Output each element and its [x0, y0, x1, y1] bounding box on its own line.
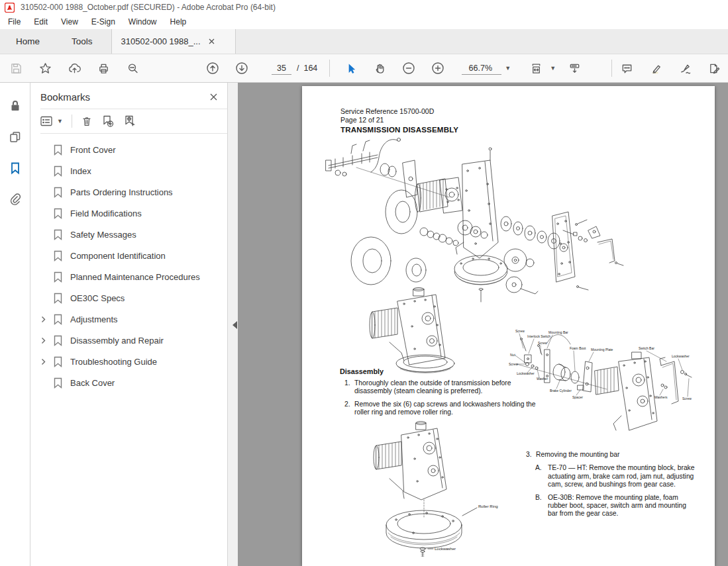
new-bookmark-button[interactable] [101, 115, 115, 128]
fig-label: Washer [537, 377, 548, 381]
delete-bookmark-button[interactable] [81, 115, 93, 127]
bookmark-icon [53, 377, 64, 389]
star-button[interactable] [36, 59, 54, 77]
share-cloud-icon [68, 62, 81, 75]
goto-bookmark-button[interactable] [123, 115, 136, 128]
tab-close-icon[interactable] [209, 38, 215, 44]
menu-file[interactable]: File [1, 15, 27, 28]
tab-home-label: Home [16, 36, 40, 46]
expand-chevron-icon[interactable] [37, 337, 49, 344]
fig-label: Lockwasher [672, 354, 690, 358]
bookmark-item-oe30c-specs[interactable]: OE30C Specs [30, 287, 227, 308]
bookmark-item-component-identification[interactable]: Component Identification [30, 245, 227, 266]
print-icon [97, 62, 110, 75]
bookmark-item-front-cover[interactable]: Front Cover [30, 139, 227, 160]
fit-options-chevron-icon[interactable]: ▼ [550, 65, 556, 71]
sign-button[interactable] [676, 59, 694, 77]
bookmark-item-safety-messages[interactable]: Safety Messages [30, 224, 227, 245]
disassembly-heading: Disassembly [340, 367, 384, 375]
zoom-out-button[interactable] [399, 59, 418, 77]
step-3a: A. TE-70 — HT: Remove the mounting block… [535, 464, 698, 489]
save-button[interactable] [7, 59, 25, 77]
exploded-view-figure [317, 131, 648, 307]
menu-help[interactable]: Help [164, 15, 193, 28]
collapse-panel-button[interactable] [233, 321, 237, 329]
tab-home[interactable]: Home [0, 29, 56, 54]
security-settings-button[interactable] [8, 99, 23, 113]
share-cloud-button[interactable] [65, 59, 83, 77]
fit-width-icon [530, 62, 543, 75]
bookmark-icon [53, 208, 64, 219]
bookmarks-panel-button[interactable] [8, 161, 23, 175]
torque-label: Torque to 20 ft/lbs [371, 556, 400, 557]
search-button[interactable] [123, 59, 142, 77]
fig-label: Washers [654, 395, 668, 399]
bookmark-icon [53, 335, 64, 346]
service-reference-line2: Page 12 of 21 [340, 116, 434, 124]
print-button[interactable] [94, 59, 113, 77]
highlight-button[interactable] [647, 59, 665, 77]
save-icon [10, 62, 23, 75]
chevron-down-icon[interactable]: ▼ [505, 65, 511, 71]
next-page-button[interactable] [233, 59, 251, 77]
bookmark-icon [53, 356, 64, 367]
select-tool-icon [344, 62, 357, 75]
tab-tools[interactable]: Tools [56, 29, 109, 54]
bookmarks-panel-header: Bookmarks [30, 83, 227, 109]
select-tool-button[interactable] [341, 59, 360, 77]
fit-width-button[interactable] [527, 59, 545, 77]
tab-document-label: 310502-000 1988_... [121, 36, 201, 46]
step-3b-text: OE-30B: Remove the mounting plate, foam … [548, 494, 695, 518]
bookmark-item-disassembly-repair[interactable]: Disassembly and Repair [30, 330, 227, 351]
bookmark-label: Field Modifications [70, 209, 142, 218]
bookmark-item-parts-ordering[interactable]: Parts Ordering Instructions [30, 181, 227, 203]
page-number-input[interactable] [272, 62, 291, 75]
bookmark-icon [53, 187, 64, 198]
bookmark-icon [53, 229, 64, 240]
attachments-button[interactable] [8, 192, 23, 207]
bookmark-label: OE30C Specs [70, 293, 125, 303]
zoom-control[interactable]: 66.7% ▼ [462, 62, 511, 75]
bookmark-icon [53, 165, 64, 177]
navigation-rail [0, 83, 30, 566]
trash-icon [81, 115, 93, 127]
toolbar-divider [611, 60, 612, 77]
edit-page-icon [708, 62, 721, 75]
page-thumbnails-button[interactable] [8, 130, 23, 144]
document-canvas[interactable]: Service Reference 15700-00D Page 12 of 2… [238, 83, 728, 566]
fig-label: Mounting Bar [548, 330, 568, 334]
comment-button[interactable] [617, 59, 636, 77]
tab-document[interactable]: 310502-000 1988_... [111, 29, 236, 54]
menu-window[interactable]: Window [122, 15, 164, 28]
edit-page-button[interactable] [705, 59, 723, 77]
bookmark-item-troubleshooting-guide[interactable]: Troubleshooting Guide [30, 351, 227, 372]
expand-chevron-icon[interactable] [37, 358, 49, 365]
bookmark-item-planned-maintenance[interactable]: Planned Maintenance Procedures [30, 266, 227, 287]
zoom-in-button[interactable] [429, 59, 447, 77]
zoom-level-value[interactable]: 66.7% [462, 62, 501, 75]
menu-edit[interactable]: Edit [27, 15, 54, 28]
toolbar-divider [329, 60, 330, 77]
previous-page-button[interactable] [203, 59, 222, 77]
bookmark-item-adjustments[interactable]: Adjustments [30, 308, 227, 330]
toolbar: / 164 66.7% ▼ ▼ [0, 54, 728, 83]
bookmark-label: Index [70, 166, 91, 176]
hand-tool-button[interactable] [370, 59, 389, 77]
sign-icon [679, 62, 692, 75]
close-panel-icon[interactable] [210, 93, 217, 101]
bookmark-item-field-modifications[interactable]: Field Modifications [30, 203, 227, 224]
menu-esign[interactable]: E-Sign [85, 15, 122, 28]
bookmark-item-back-cover[interactable]: Back Cover [30, 372, 227, 393]
fig-label: Screw [538, 341, 547, 345]
page-separator: / [297, 64, 299, 73]
scroll-mode-button[interactable] [565, 59, 584, 77]
panel-splitter[interactable] [228, 83, 238, 566]
expand-chevron-icon[interactable] [37, 316, 49, 323]
chevron-down-icon: ▼ [57, 118, 63, 124]
bookmark-item-index[interactable]: Index [30, 160, 227, 181]
step-3a-text: TE-70 — HT: Remove the mounting block, b… [548, 464, 695, 489]
mounting-bar-figure: Screw Interlock Switch Mounting Bar Scre… [507, 324, 696, 457]
menu-view[interactable]: View [54, 15, 85, 28]
bookmark-options-button[interactable]: ▼ [40, 116, 63, 126]
next-page-icon [235, 62, 248, 75]
